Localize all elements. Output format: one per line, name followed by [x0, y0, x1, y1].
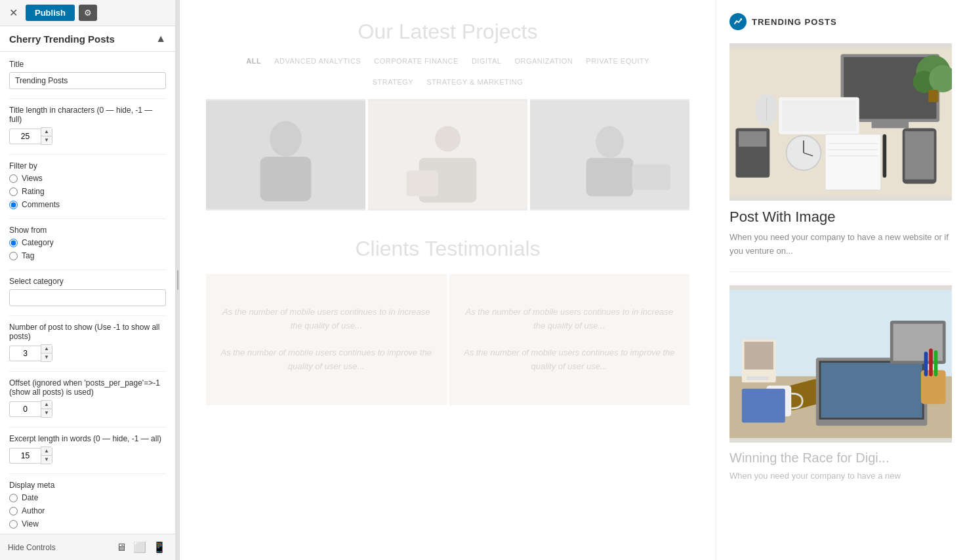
panel-header: Cherry Trending Posts ▲ — [0, 26, 175, 52]
mobile-view-button[interactable]: 📱 — [152, 540, 167, 555]
filter-rating-option[interactable]: Rating — [9, 187, 166, 196]
select-category-input[interactable] — [9, 289, 166, 306]
show-tag-option[interactable]: Tag — [9, 251, 166, 260]
num-posts-down[interactable]: ▼ — [41, 353, 52, 361]
meta-view-radio[interactable] — [9, 520, 18, 529]
num-posts-input[interactable] — [9, 346, 41, 361]
title-input[interactable] — [9, 72, 166, 89]
filter-tabs: ALL ADVANCED ANALYTICS CORPORATE FINANCE… — [206, 57, 689, 65]
offset-down[interactable]: ▼ — [41, 409, 52, 417]
desktop-view-button[interactable]: 🖥 — [115, 540, 128, 555]
settings-button[interactable]: ⚙ — [79, 5, 97, 21]
projects-image-grid — [206, 99, 689, 210]
svg-rect-31 — [905, 131, 934, 179]
offset-label: Offset (ignored when 'posts_per_page'=>-… — [9, 378, 166, 397]
post-2-image — [729, 285, 952, 443]
display-meta-label: Display meta — [9, 481, 166, 490]
filter-tab-finance[interactable]: CORPORATE FINANCE — [374, 57, 459, 65]
offset-input[interactable] — [9, 401, 41, 417]
meta-author-option[interactable]: Author — [9, 506, 166, 515]
svg-rect-29 — [883, 134, 887, 178]
filter-rating-radio[interactable] — [9, 188, 18, 196]
title-length-input[interactable] — [9, 129, 41, 144]
filter-comments-option[interactable]: Comments — [9, 200, 166, 209]
svg-rect-42 — [821, 363, 922, 418]
excerpt-down[interactable]: ▼ — [41, 456, 52, 464]
offset-up[interactable]: ▲ — [41, 401, 52, 409]
offset-field-group: Offset (ignored when 'posts_per_page'=>-… — [9, 378, 166, 418]
publish-button[interactable]: Publish — [26, 5, 75, 21]
filter-tab-org[interactable]: ORGANIZATION — [514, 57, 573, 65]
show-category-label: Category — [22, 238, 54, 247]
right-sidebar: TRENDING POSTS — [716, 0, 965, 560]
svg-rect-48 — [924, 351, 928, 376]
title-length-up[interactable]: ▲ — [41, 128, 52, 136]
excerpt-wrap: ▲ ▼ — [9, 447, 56, 464]
show-tag-radio[interactable] — [9, 252, 18, 260]
show-category-radio[interactable] — [9, 239, 18, 247]
main-content: Our Latest Projects ALL ADVANCED ANALYTI… — [180, 0, 716, 560]
page-preview: Our Latest Projects ALL ADVANCED ANALYTI… — [180, 0, 716, 418]
meta-date-option[interactable]: Date — [9, 493, 166, 502]
post-1-title: Post With Image — [729, 209, 952, 226]
meta-view-label: View — [22, 519, 39, 529]
excerpt-up[interactable]: ▲ — [41, 447, 52, 456]
filter-tab-all[interactable]: ALL — [246, 57, 261, 65]
post-1-image — [729, 43, 952, 201]
num-posts-up[interactable]: ▲ — [41, 345, 52, 353]
title-field-group: Title — [9, 60, 166, 89]
filter-tab-strategy-marketing[interactable]: STRATEGY & MARKETING — [426, 78, 523, 86]
left-panel: ✕ Publish ⚙ Cherry Trending Posts ▲ Titl… — [0, 0, 176, 560]
svg-rect-6 — [406, 170, 438, 196]
tablet-view-button[interactable]: ⬜ — [132, 540, 148, 555]
filter-views-option[interactable]: Views — [9, 174, 166, 183]
title-length-wrap: ▲ ▼ — [9, 127, 56, 145]
filter-views-radio[interactable] — [9, 174, 18, 183]
svg-point-1 — [270, 121, 302, 156]
filter-tab-equity[interactable]: PRIVATE EQUITY — [586, 57, 649, 65]
svg-point-8 — [596, 126, 624, 158]
trending-icon — [729, 13, 747, 30]
filter-rating-label: Rating — [22, 187, 45, 196]
hide-controls-button[interactable]: Hide Controls — [8, 543, 56, 552]
svg-rect-10 — [632, 165, 670, 190]
num-posts-wrap: ▲ ▼ — [9, 344, 56, 362]
filter-tabs-2: STRATEGY STRATEGY & MARKETING — [206, 78, 689, 86]
filter-tab-digital[interactable]: DIGITAL — [472, 57, 501, 65]
post-card-2: Winning the Race for Digi... When you ne… — [729, 285, 952, 483]
meta-author-label: Author — [22, 506, 45, 515]
select-category-label: Select category — [9, 277, 166, 286]
svg-rect-17 — [782, 100, 856, 131]
svg-rect-35 — [928, 90, 938, 102]
display-meta-radio-group: Date Author View — [9, 493, 166, 529]
testimonial-1: As the number of mobile users continues … — [206, 274, 447, 405]
filter-tab-analytics[interactable]: ADVANCED ANALYTICS — [274, 57, 361, 65]
show-category-option[interactable]: Category — [9, 238, 166, 247]
testimonial-2-text: As the number of mobile users continues … — [462, 306, 677, 374]
project-image-1 — [206, 99, 365, 210]
excerpt-field-group: Excerpt length in words (0 — hide, -1 — … — [9, 434, 166, 464]
title-length-label: Title length in characters (0 — hide, -1… — [9, 106, 166, 124]
divider-1 — [9, 98, 166, 99]
select-category-field-group: Select category — [9, 277, 166, 306]
filter-comments-radio[interactable] — [9, 201, 18, 209]
panel-content: Title Title length in characters (0 — hi… — [0, 52, 175, 534]
post-2-image-wrap — [729, 285, 952, 443]
filter-tab-strategy[interactable]: STRATEGY — [373, 78, 413, 86]
post-divider — [729, 271, 952, 272]
title-length-down[interactable]: ▼ — [41, 136, 52, 144]
num-posts-label: Number of post to show (Use -1 to show a… — [9, 323, 166, 341]
excerpt-input[interactable] — [9, 448, 41, 464]
close-button[interactable]: ✕ — [5, 5, 22, 20]
divider-4 — [9, 270, 166, 270]
excerpt-spinner: ▲ ▼ — [41, 447, 52, 464]
offset-wrap: ▲ ▼ — [9, 400, 56, 418]
svg-rect-50 — [934, 350, 938, 376]
panel-collapse-button[interactable]: ▲ — [155, 33, 166, 45]
display-meta-field-group: Display meta Date Author View — [9, 481, 166, 529]
meta-date-radio[interactable] — [9, 494, 18, 502]
meta-view-option[interactable]: View — [9, 519, 166, 529]
filter-views-label: Views — [22, 174, 43, 183]
meta-author-radio[interactable] — [9, 507, 18, 515]
svg-rect-9 — [586, 158, 634, 196]
